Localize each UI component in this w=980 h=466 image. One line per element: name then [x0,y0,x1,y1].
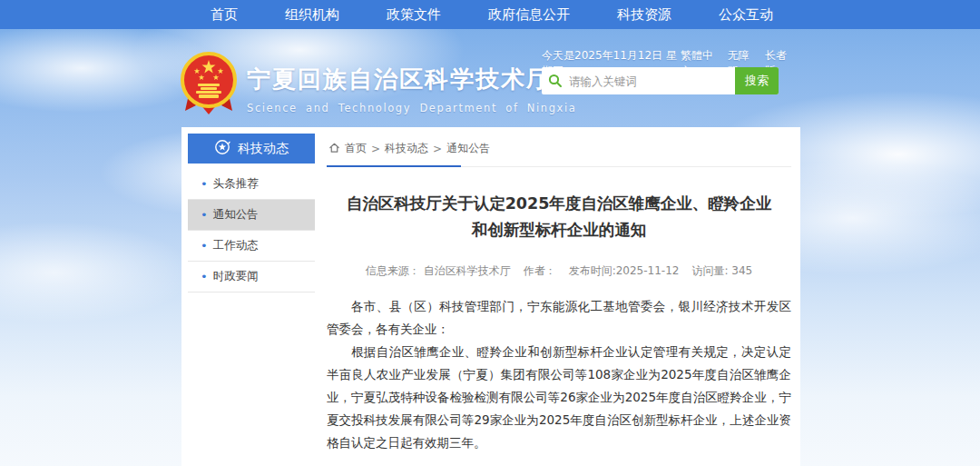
article-title-line2: 和创新型标杆企业的通知 [327,217,791,243]
national-emblem-logo [180,51,238,116]
sidebar-item-notices[interactable]: 通知公告 [188,200,315,231]
site-header: 宁夏回族自治区科学技术厅 Science and Technology Depa… [247,64,576,114]
content-panel: 科技动态 头条推荐 通知公告 工作动态 时政要闻 首页 > 科技动态 [181,127,800,466]
article-title-line1: 自治区科技厅关于认定2025年度自治区雏鹰企业、瞪羚企业 [327,191,791,217]
site-title: 宁夏回族自治区科学技术厅 [247,64,576,95]
sidebar-item-label: 头条推荐 [213,176,259,192]
meta-author: 作者： [524,263,556,279]
sidebar-item-current-politics[interactable]: 时政要闻 [188,262,315,292]
sidebar-header: 科技动态 [188,134,315,164]
site-subtitle: Science and Technology Department of Nin… [247,102,576,114]
sidebar-item-work-trends[interactable]: 工作动态 [188,231,315,262]
article-paragraph: 各市、县（区）科技管理部门，宁东能源化工基地管委会，银川经济技术开发区管委会，各… [327,295,791,341]
top-navigation: 首页 组织机构 政策文件 政府信息公开 科技资源 公众互动 [0,0,980,29]
article-area: 首页 > 科技动态 > 通知公告 自治区科技厅关于认定2025年度自治区雏鹰企业… [327,134,791,466]
sidebar: 科技动态 头条推荐 通知公告 工作动态 时政要闻 [188,134,315,292]
sidebar-item-label: 工作动态 [213,238,259,253]
nav-item-organization[interactable]: 组织机构 [285,0,339,29]
search-icon [542,67,569,94]
meta-source: 信息来源： 自治区科学技术厅 [366,263,511,279]
sidebar-item-label: 时政要闻 [213,269,259,284]
article-meta: 信息来源： 自治区科学技术厅 作者： 发布时间:2025-11-12 访问量: … [327,263,791,279]
nav-item-gov-info[interactable]: 政府信息公开 [488,0,570,29]
article-title: 自治区科技厅关于认定2025年度自治区雏鹰企业、瞪羚企业 和创新型标杆企业的通知 [327,191,791,243]
home-icon [328,142,340,156]
nav-item-sci-resources[interactable]: 科技资源 [617,0,671,29]
breadcrumb-separator: > [371,143,380,155]
breadcrumb-home[interactable]: 首页 [345,141,367,156]
sidebar-item-label: 通知公告 [213,207,259,223]
search-input[interactable] [569,68,735,94]
breadcrumb-notices[interactable]: 通知公告 [446,141,490,156]
article-paragraph: 根据自治区雏鹰企业、瞪羚企业和创新型标杆企业认定管理有关规定，决定认定半亩良人农… [327,341,791,454]
sidebar-item-headlines[interactable]: 头条推荐 [188,169,315,200]
sci-news-icon [214,139,230,158]
meta-publish-time: 发布时间:2025-11-12 [569,263,680,279]
sidebar-title: 科技动态 [238,141,289,157]
breadcrumb-separator: > [433,143,442,155]
nav-item-home[interactable]: 首页 [211,0,238,29]
nav-item-policy[interactable]: 政策文件 [387,0,441,29]
search-bar: 搜索 [542,67,779,94]
breadcrumb: 首页 > 科技动态 > 通知公告 [327,134,791,167]
search-button[interactable]: 搜索 [735,67,779,94]
meta-visits: 访问量: 345 [691,263,752,279]
article-body: 各市、县（区）科技管理部门，宁东能源化工基地管委会，银川经济技术开发区管委会，各… [327,295,791,454]
breadcrumb-sci-news[interactable]: 科技动态 [385,141,428,156]
nav-item-public-interaction[interactable]: 公众互动 [719,0,773,29]
